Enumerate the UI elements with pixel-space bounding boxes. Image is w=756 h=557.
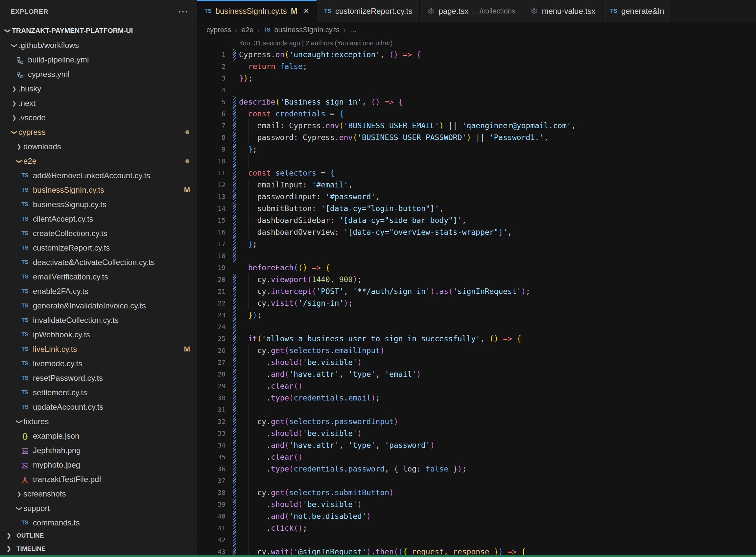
- chevron-right-icon: ❯: [10, 114, 19, 121]
- breadcrumb-item[interactable]: businessSignIn.cy.ts: [274, 26, 339, 34]
- item-label: cypress: [19, 127, 46, 137]
- tree-file-invalidatecollection-cy-ts[interactable]: TSinvalidateCollection.cy.ts: [0, 313, 197, 327]
- line-number: 40: [197, 510, 225, 522]
- tree-file-build-pipeline-yml[interactable]: build-pipeline.yml: [0, 53, 197, 67]
- chevron-right-icon: ❯: [10, 86, 19, 92]
- tree-folder--vscode[interactable]: ❯.vscode: [0, 111, 197, 125]
- tab-customizereport-cy-ts[interactable]: TScustomizeReport.cy.ts: [317, 0, 420, 22]
- tree-file-livelink-cy-ts[interactable]: TSliveLink.cy.tsM: [0, 342, 197, 356]
- typescript-icon: TS: [20, 273, 30, 280]
- gutter-modified-indicator: [233, 298, 236, 309]
- gutter-modified-indicator: [233, 499, 236, 510]
- tree-file-enable2fa-cy-ts[interactable]: TSenable2FA.cy.ts: [0, 284, 197, 298]
- item-label: resetPassword.cy.ts: [33, 374, 103, 383]
- tab-businesssignin-cy-ts[interactable]: TSbusinessSignIn.cy.tsM✕: [197, 0, 317, 22]
- tree-file-clientaccept-cy-ts[interactable]: TSclientAccept.cy.ts: [0, 212, 197, 226]
- code-line-40: 40 .and('not.be.disabled'): [197, 510, 756, 522]
- line-number: 4: [197, 84, 225, 96]
- tree-file-tranzakttestfile-pdf[interactable]: tranzaktTestFile.pdf: [0, 472, 197, 487]
- tree-file-example-json[interactable]: {}example.json: [0, 429, 197, 443]
- tree-file-resetpassword-cy-ts[interactable]: TSresetPassword.cy.ts: [0, 371, 197, 385]
- breadcrumb-item[interactable]: e2e: [241, 26, 253, 34]
- tree-folder-cypress[interactable]: ❯cypress: [0, 125, 197, 139]
- tree-folder-downloads[interactable]: ❯downloads: [0, 139, 197, 154]
- tree-file-cypress-yml[interactable]: cypress.yml: [0, 67, 197, 82]
- tree-file-add-removelinkedaccount-cy-ts[interactable]: TSadd&RemoveLinkedAccount.cy.ts: [0, 168, 197, 183]
- image-icon: [20, 460, 30, 470]
- code-line-26: 26 cy.get(selectors.emailInput): [197, 345, 756, 356]
- breadcrumb-item[interactable]: cypress: [206, 26, 232, 34]
- outline-section-header[interactable]: ❯ OUTLINE: [0, 529, 197, 542]
- code-line-21: 21 cy.intercept('POST', '**/auth/sign-in…: [197, 285, 756, 297]
- tree-file-customizereport-cy-ts[interactable]: TScustomizeReport.cy.ts: [0, 241, 197, 255]
- tree-folder-screenshots[interactable]: ❯screenshots: [0, 487, 197, 501]
- tree-file-jephthah-png[interactable]: Jephthah.png: [0, 443, 197, 458]
- indent-guide: [257, 534, 258, 546]
- indent-guide: [239, 155, 239, 167]
- tree-file-myphoto-jpeg[interactable]: myphoto.jpeg: [0, 458, 197, 472]
- code-line-1: 1Cypress.on('uncaught:exception', () => …: [197, 49, 756, 60]
- code-editor[interactable]: 1Cypress.on('uncaught:exception', () => …: [197, 49, 756, 557]
- tree-file-businesssignin-cy-ts[interactable]: TSbusinessSignIn.cy.tsM: [0, 183, 197, 197]
- gutter-modified-indicator: [233, 203, 236, 214]
- code-text: });: [239, 72, 253, 84]
- code-line-20: 20 cy.viewport(1440, 900);: [197, 273, 756, 285]
- chevron-down-icon: ❯: [16, 417, 23, 426]
- tree-file-commands-ts[interactable]: TScommands.ts: [0, 516, 197, 530]
- breadcrumb[interactable]: cypress›e2e›TSbusinessSignIn.cy.ts›…: [197, 22, 756, 37]
- tab-generate-in[interactable]: TSgenerate&In: [603, 0, 672, 22]
- gutter-modified-indicator: [233, 416, 236, 428]
- item-label: cypress.yml: [28, 70, 70, 79]
- tree-folder-fixtures[interactable]: ❯fixtures: [0, 414, 197, 429]
- code-line-10: 10: [197, 155, 756, 167]
- tree-file-createcollection-cy-ts[interactable]: TScreateCollection.cy.ts: [0, 226, 197, 241]
- item-label: build-pipeline.yml: [28, 55, 89, 64]
- gutter-modified-indicator: [233, 167, 236, 179]
- line-number: 15: [197, 214, 225, 226]
- tree-folder-support[interactable]: ❯support: [0, 501, 197, 516]
- tree-file-businesssignup-cy-ts[interactable]: TSbusinessSignup.cy.ts: [0, 197, 197, 212]
- timeline-section-header[interactable]: ❯ TIMELINE: [0, 542, 197, 555]
- typescript-icon: TS: [20, 201, 30, 208]
- tab-label: generate&In: [621, 7, 664, 16]
- code-text: });: [239, 309, 262, 321]
- close-icon[interactable]: ✕: [303, 7, 309, 16]
- code-text: dashboardSidebar: '[data-cy="side-bar-bo…: [239, 214, 466, 226]
- code-line-29: 29 .clear(): [197, 380, 756, 392]
- tree-file-settlement-cy-ts[interactable]: TSsettlement.cy.ts: [0, 385, 197, 400]
- status-bar-sliver: [0, 555, 756, 557]
- tree-file-updateaccount-cy-ts[interactable]: TSupdateAccount.cy.ts: [0, 400, 197, 414]
- typescript-icon: TS: [20, 216, 30, 222]
- gutter-modified-indicator: [233, 215, 236, 226]
- code-line-6: 6 const credentials = {: [197, 108, 756, 120]
- tree-file-ipwebhook-cy-ts[interactable]: TSipWebhook.cy.ts: [0, 327, 197, 342]
- tree-root-folder[interactable]: ❯ TRANZAKT-PAYMENT-PLATFORM-UI: [0, 23, 197, 38]
- tree-file-generate-invalidateinvoice-cy-ts[interactable]: TSgenerate&InvalidateInvoice.cy.ts: [0, 298, 197, 313]
- code-line-19: 19 beforeEach(() => {: [197, 262, 756, 273]
- tree-file-emailverification-cy-ts[interactable]: TSemailVerification.cy.ts: [0, 270, 197, 284]
- line-number: 41: [197, 522, 225, 534]
- tree-file-livemode-cy-ts[interactable]: TSlivemode.cy.ts: [0, 356, 197, 371]
- breadcrumb-item[interactable]: …: [350, 26, 357, 34]
- line-number: 39: [197, 498, 225, 510]
- indent-guide: [239, 250, 239, 262]
- indent-guide: [248, 404, 248, 416]
- gutter-modified-indicator: [233, 404, 236, 416]
- tab-menu-value-tsx[interactable]: ⚛menu-value.tsx: [523, 0, 603, 22]
- tree-folder-e2e[interactable]: ❯e2e: [0, 154, 197, 168]
- gutter-modified-indicator: [233, 250, 236, 262]
- breadcrumb-separator: ›: [258, 26, 260, 34]
- tree-folder--next[interactable]: ❯.next: [0, 96, 197, 111]
- tree-folder--github-workflows[interactable]: ❯.github/workflows: [0, 38, 197, 53]
- code-text: .should('be.visible'): [239, 428, 362, 439]
- tree-file-deactivate-activatecollection-cy-ts[interactable]: TSdeactivate&ActivateCollection.cy.ts: [0, 255, 197, 270]
- gutter-modified-indicator: [233, 96, 236, 108]
- tree-folder--husky[interactable]: ❯.husky: [0, 82, 197, 96]
- code-line-34: 34 .and('have.attr', 'type', 'password'): [197, 439, 756, 451]
- gutter-modified-indicator: [233, 286, 236, 297]
- gutter-modified-indicator: [233, 345, 236, 356]
- code-text: Cypress.on('uncaught:exception', () => {: [239, 49, 421, 60]
- line-number: 22: [197, 297, 225, 309]
- tab-page-tsx[interactable]: ⚛page.tsx…/collections: [420, 0, 523, 22]
- explorer-more-icon[interactable]: ⋯: [178, 8, 188, 15]
